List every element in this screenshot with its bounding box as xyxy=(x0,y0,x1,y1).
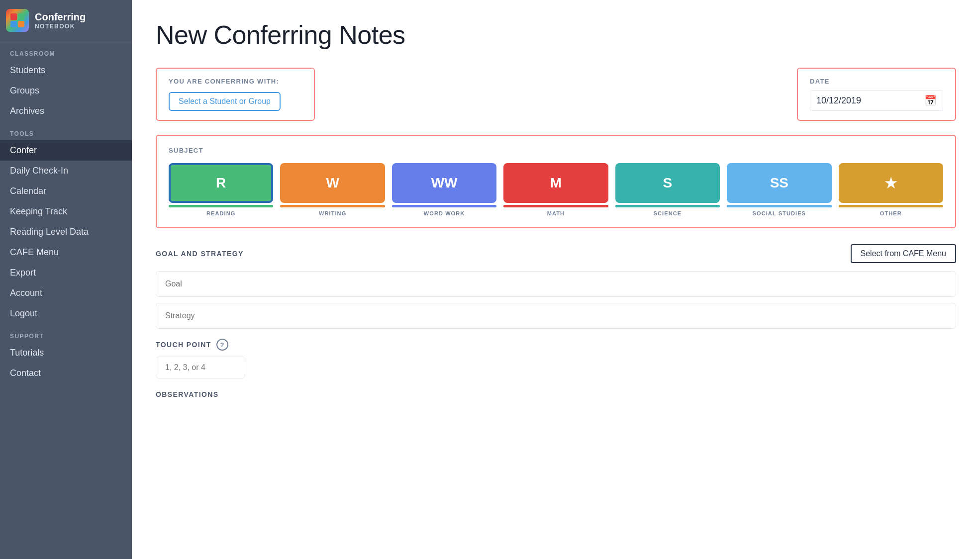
sidebar-item-daily-checkin[interactable]: Daily Check-In xyxy=(0,161,132,181)
select-student-button[interactable]: Select a Student or Group xyxy=(169,92,281,111)
touch-point-input[interactable] xyxy=(156,357,245,378)
subject-item-math[interactable]: MMATH xyxy=(503,163,608,216)
support-section-label: SUPPORT xyxy=(0,324,132,343)
calendar-icon[interactable]: 📅 xyxy=(924,94,937,106)
subject-tile-math: M xyxy=(503,163,608,203)
goal-strategy-header: GOAL AND STRATEGY Select from CAFE Menu xyxy=(156,244,956,263)
app-logo-icon xyxy=(6,9,29,32)
svg-rect-1 xyxy=(18,13,24,20)
subject-name-science: SCIENCE xyxy=(654,210,682,216)
subject-item-other[interactable]: ★OTHER xyxy=(839,163,943,216)
sidebar-item-export[interactable]: Export xyxy=(0,263,132,283)
goal-strategy-label: GOAL AND STRATEGY xyxy=(156,250,244,258)
subject-name-wordwork: WORD WORK xyxy=(424,210,465,216)
top-row: YOU ARE CONFERRING WITH: Select a Studen… xyxy=(156,68,956,121)
sidebar-item-reading-level[interactable]: Reading Level Data xyxy=(0,222,132,242)
help-icon[interactable]: ? xyxy=(216,339,228,351)
date-input-row: 10/12/2019 📅 xyxy=(810,90,943,111)
sidebar-item-confer[interactable]: Confer xyxy=(0,140,132,161)
touch-point-section: TOUCH POINT ? xyxy=(156,339,956,378)
subject-items: RREADINGWWRITINGWWWORD WORKMMATHSSCIENCE… xyxy=(169,163,943,216)
subject-name-socialstudies: SOCIAL STUDIES xyxy=(753,210,806,216)
subject-bar-writing xyxy=(280,205,385,207)
touch-point-label-row: TOUCH POINT ? xyxy=(156,339,956,351)
subject-name-other: OTHER xyxy=(880,210,902,216)
app-title: Conferring xyxy=(35,11,86,23)
subject-bar-socialstudies xyxy=(727,205,831,207)
svg-rect-0 xyxy=(10,13,17,20)
sidebar-item-students[interactable]: Students xyxy=(0,60,132,81)
sidebar-item-calendar[interactable]: Calendar xyxy=(0,181,132,201)
subject-box: SUBJECT RREADINGWWRITINGWWWORD WORKMMATH… xyxy=(156,135,956,228)
subject-tile-science: S xyxy=(615,163,720,203)
date-box: DATE 10/12/2019 📅 xyxy=(797,68,956,121)
cafe-menu-button[interactable]: Select from CAFE Menu xyxy=(851,244,957,263)
main-content: New Conferring Notes YOU ARE CONFERRING … xyxy=(132,0,980,559)
sidebar-item-archives[interactable]: Archives xyxy=(0,101,132,121)
sidebar-item-tutorials[interactable]: Tutorials xyxy=(0,343,132,363)
app-subtitle: NOTEBOOK xyxy=(35,23,86,30)
sidebar: Conferring NOTEBOOK CLASSROOM Students G… xyxy=(0,0,132,559)
sidebar-item-logout[interactable]: Logout xyxy=(0,303,132,324)
sidebar-logo: Conferring NOTEBOOK xyxy=(0,0,132,41)
svg-rect-3 xyxy=(18,21,24,27)
subject-item-writing[interactable]: WWRITING xyxy=(280,163,385,216)
conferring-with-box: YOU ARE CONFERRING WITH: Select a Studen… xyxy=(156,68,315,121)
svg-rect-2 xyxy=(10,21,17,27)
conferring-with-label: YOU ARE CONFERRING WITH: xyxy=(169,78,302,85)
subject-name-math: MATH xyxy=(547,210,565,216)
strategy-input[interactable] xyxy=(156,303,956,329)
goal-input[interactable] xyxy=(156,271,956,297)
subject-item-socialstudies[interactable]: SSSOCIAL STUDIES xyxy=(727,163,831,216)
subject-item-science[interactable]: SSCIENCE xyxy=(615,163,720,216)
subject-bar-science xyxy=(615,205,720,207)
sidebar-item-groups[interactable]: Groups xyxy=(0,81,132,101)
observations-section: OBSERVATIONS xyxy=(156,390,956,398)
subject-item-wordwork[interactable]: WWWORD WORK xyxy=(392,163,496,216)
subject-label: SUBJECT xyxy=(169,147,943,154)
sidebar-item-cafe-menu[interactable]: CAFE Menu xyxy=(0,242,132,263)
sidebar-item-account[interactable]: Account xyxy=(0,283,132,303)
subject-name-reading: READING xyxy=(206,210,235,216)
subject-tile-wordwork: WW xyxy=(392,163,496,203)
sidebar-item-keeping-track[interactable]: Keeping Track xyxy=(0,201,132,222)
subject-item-reading[interactable]: RREADING xyxy=(169,163,273,216)
subject-tile-reading: R xyxy=(169,163,273,203)
subject-tile-socialstudies: SS xyxy=(727,163,831,203)
subject-name-writing: WRITING xyxy=(319,210,346,216)
date-label: DATE xyxy=(810,78,943,85)
subject-tile-writing: W xyxy=(280,163,385,203)
sidebar-item-contact[interactable]: Contact xyxy=(0,363,132,383)
date-value: 10/12/2019 xyxy=(816,95,924,106)
subject-bar-wordwork xyxy=(392,205,496,207)
subject-bar-other xyxy=(839,205,943,207)
observations-label: OBSERVATIONS xyxy=(156,390,956,398)
page-title: New Conferring Notes xyxy=(156,20,956,50)
subject-bar-math xyxy=(503,205,608,207)
tools-section-label: TOOLS xyxy=(0,121,132,140)
subject-tile-other: ★ xyxy=(839,163,943,203)
classroom-section-label: CLASSROOM xyxy=(0,41,132,60)
subject-bar-reading xyxy=(169,205,273,207)
touch-point-label: TOUCH POINT xyxy=(156,341,211,349)
